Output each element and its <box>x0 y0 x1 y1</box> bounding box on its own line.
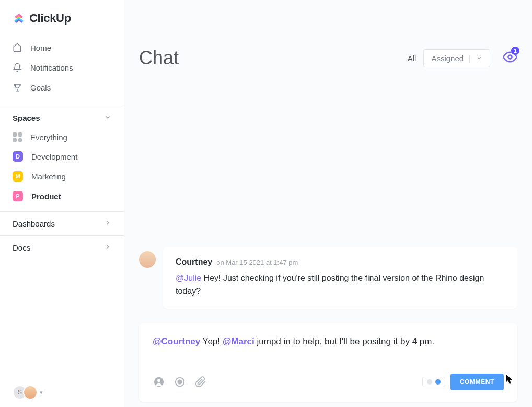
main-content: Chat All Assigned | 1 Courtney <box>124 0 532 407</box>
spaces-title: Spaces <box>13 114 40 122</box>
comment-button[interactable]: COMMENT <box>450 374 504 390</box>
space-everything[interactable]: Everything <box>0 128 124 146</box>
notify-toggle[interactable] <box>422 377 445 387</box>
spaces-header[interactable]: Spaces <box>0 106 124 128</box>
message-timestamp: on Mar 15 2021 at 1:47 pm <box>216 258 298 266</box>
space-label: Development <box>31 152 77 161</box>
toggle-dot <box>427 379 432 385</box>
filter-group: All Assigned | <box>408 49 490 67</box>
logo[interactable]: ClickUp <box>0 0 124 35</box>
svg-point-0 <box>508 55 512 59</box>
message-body: @Julie Hey! Just checking if you're stil… <box>176 272 505 298</box>
space-badge: M <box>13 171 23 182</box>
space-marketing[interactable]: M Marketing <box>0 166 124 186</box>
chevron-right-icon <box>104 219 111 228</box>
section-label: Dashboards <box>13 219 55 228</box>
svg-point-2 <box>157 379 160 382</box>
toggle-dot <box>435 379 441 385</box>
filter-assigned-dropdown[interactable]: Assigned | <box>423 49 490 67</box>
nav-docs[interactable]: Docs <box>0 235 124 259</box>
section-label: Docs <box>13 243 30 252</box>
avatar-stack: S <box>13 385 38 400</box>
space-label: Product <box>31 192 61 201</box>
message-text: Hey! Just checking if you're still posti… <box>176 274 484 296</box>
message-card: Courtney on Mar 15 2021 at 1:47 pm @Juli… <box>163 247 517 309</box>
grid-icon <box>13 132 22 142</box>
page-title: Chat <box>139 47 395 69</box>
home-icon <box>13 43 22 52</box>
comment-composer[interactable]: @Courtney Yep! @Marci jumpd in to help, … <box>139 323 517 402</box>
composer-toolbar: COMMENT <box>153 374 504 390</box>
bell-icon <box>13 63 22 72</box>
attachment-icon[interactable] <box>194 376 207 388</box>
brand-name: ClickUp <box>29 12 71 25</box>
nav-label: Goals <box>30 83 51 92</box>
chevron-down-icon: ▾ <box>40 389 43 396</box>
assign-icon[interactable] <box>153 376 165 388</box>
eye-icon <box>503 57 517 66</box>
message: Courtney on Mar 15 2021 at 1:47 pm @Juli… <box>139 247 517 309</box>
watchers-count: 1 <box>511 47 519 55</box>
space-badge: D <box>13 151 23 162</box>
chevron-down-icon <box>104 114 111 122</box>
space-product[interactable]: P Product <box>0 186 124 206</box>
record-icon[interactable] <box>174 376 186 388</box>
message-author: Courtney <box>176 257 212 267</box>
watchers-button[interactable]: 1 <box>503 50 517 66</box>
composer-text-part: jumpd in to help, but I'll be positng it… <box>255 336 434 346</box>
mention[interactable]: @Marci <box>223 336 255 346</box>
chat-area: Courtney on Mar 15 2021 at 1:47 pm @Juli… <box>124 81 532 407</box>
space-development[interactable]: D Development <box>0 146 124 166</box>
sidebar: ClickUp Home Notifications Goals Spaces <box>0 0 124 407</box>
nav-label: Home <box>30 43 51 52</box>
nav-label: Notifications <box>30 63 73 72</box>
chevron-down-icon <box>476 54 482 63</box>
page-header: Chat All Assigned | 1 <box>124 0 532 81</box>
space-label: Marketing <box>31 172 66 181</box>
trophy-icon <box>13 83 22 92</box>
composer-actions: COMMENT <box>422 374 504 390</box>
chevron-right-icon <box>104 243 111 252</box>
clickup-logo-icon <box>13 12 25 25</box>
space-label: Everything <box>30 133 67 142</box>
nav-home[interactable]: Home <box>0 38 124 58</box>
nav-dashboards[interactable]: Dashboards <box>0 211 124 235</box>
message-header: Courtney on Mar 15 2021 at 1:47 pm <box>176 257 505 267</box>
avatar <box>139 251 156 268</box>
nav-goals[interactable]: Goals <box>0 77 124 97</box>
svg-point-4 <box>178 380 181 383</box>
separator: | <box>469 54 471 63</box>
mention[interactable]: @Courtney <box>153 336 200 346</box>
nav-notifications[interactable]: Notifications <box>0 58 124 77</box>
avatar <box>23 385 38 400</box>
composer-content[interactable]: @Courtney Yep! @Marci jumpd in to help, … <box>153 335 504 348</box>
mention[interactable]: @Julie <box>176 274 201 282</box>
filter-label: Assigned <box>431 54 464 63</box>
filter-all[interactable]: All <box>408 54 417 63</box>
space-badge: P <box>13 191 23 201</box>
primary-nav: Home Notifications Goals <box>0 35 124 100</box>
sidebar-footer[interactable]: S ▾ <box>0 378 124 407</box>
composer-text-part: Yep! <box>200 336 223 346</box>
